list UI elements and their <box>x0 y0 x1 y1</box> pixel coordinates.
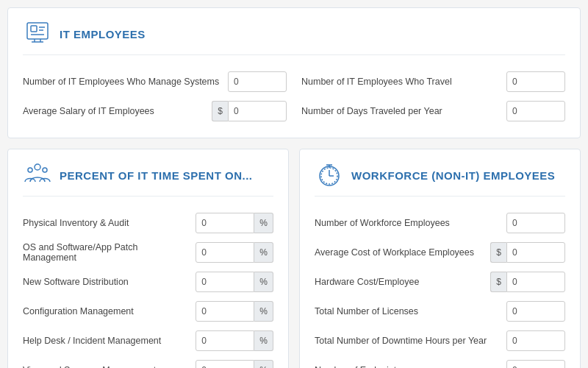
form-row-config: Configuration Management % <box>23 297 273 326</box>
input-wf-avg-cost[interactable] <box>506 242 565 263</box>
label-wf-downtime: Total Number of Downtime Hours per Year <box>315 336 499 346</box>
form-row-patch: OS and Software/App Patch Management % <box>23 238 273 267</box>
svg-rect-1 <box>31 26 37 32</box>
input-virus[interactable] <box>196 360 254 368</box>
input-wrapper-avg-salary: $ <box>212 101 287 121</box>
input-wrapper-patch: % <box>196 242 273 263</box>
input-patch[interactable] <box>196 242 254 263</box>
it-time-fields: Physical Inventory & Audit % OS and Soft… <box>23 208 273 368</box>
input-wf-licenses[interactable] <box>506 301 565 322</box>
it-time-title: PERCENT OF IT TIME SPENT ON... <box>60 169 253 182</box>
label-wf-count: Number of Workforce Employees <box>315 218 499 228</box>
input-it-travel[interactable] <box>506 71 565 92</box>
label-patch: OS and Software/App Patch Management <box>23 242 188 263</box>
bottom-panels: PERCENT OF IT TIME SPENT ON... Physical … <box>7 149 581 368</box>
form-row-helpdesk: Help Desk / Incident Management % <box>23 326 273 355</box>
it-employees-title: IT EMPLOYEES <box>60 28 146 40</box>
input-wrapper-wf-count <box>506 213 565 233</box>
it-time-icon <box>23 161 52 190</box>
it-employees-form: Number of IT Employees Who Manage System… <box>23 67 565 126</box>
input-config[interactable] <box>196 301 254 322</box>
dollar-prefix-salary: $ <box>212 101 228 121</box>
label-manage-systems: Number of IT Employees Who Manage System… <box>23 77 220 87</box>
form-row-inventory: Physical Inventory & Audit % <box>23 208 273 238</box>
dollar-prefix-wf-avg-cost: $ <box>490 242 506 263</box>
form-row-wf-licenses: Total Number of Licenses <box>315 297 565 326</box>
workforce-card: WORKFORCE (NON-IT) EMPLOYEES Number of W… <box>299 149 581 368</box>
input-wrapper-wf-endpoints <box>506 360 565 368</box>
input-wrapper-helpdesk: % <box>196 330 273 351</box>
input-helpdesk[interactable] <box>196 330 254 351</box>
label-config: Configuration Management <box>23 306 188 316</box>
input-wrapper-it-travel <box>506 71 565 92</box>
label-avg-salary: Average Salary of IT Employees <box>23 106 204 116</box>
label-wf-hw-cost: Hardware Cost/Employee <box>315 277 483 287</box>
input-software-dist[interactable] <box>196 272 254 292</box>
input-avg-salary[interactable] <box>228 101 287 121</box>
label-helpdesk: Help Desk / Incident Management <box>23 336 188 346</box>
form-row-wf-count: Number of Workforce Employees <box>315 208 565 238</box>
it-time-header: PERCENT OF IT TIME SPENT ON... <box>23 161 273 197</box>
form-row-virus: Virus and Spyware Management % <box>23 355 273 368</box>
input-wrapper-virus: % <box>196 360 273 368</box>
workforce-header: WORKFORCE (NON-IT) EMPLOYEES <box>315 161 565 197</box>
pct-suffix-virus: % <box>254 360 273 368</box>
input-inventory[interactable] <box>196 213 254 233</box>
it-employees-card: IT EMPLOYEES Number of IT Employees Who … <box>7 7 581 138</box>
svg-point-8 <box>35 164 40 170</box>
form-row-avg-salary: Average Salary of IT Employees $ <box>23 96 287 126</box>
pct-suffix-helpdesk: % <box>254 330 273 351</box>
form-row-wf-downtime: Total Number of Downtime Hours per Year <box>315 326 565 355</box>
svg-point-9 <box>28 168 32 172</box>
input-wrapper-wf-licenses <box>506 301 565 322</box>
form-row-wf-avg-cost: Average Cost of Workplace Employees $ <box>315 238 565 267</box>
label-it-travel: Number of IT Employees Who Travel <box>301 77 499 87</box>
workforce-icon <box>315 161 344 190</box>
input-manage-systems[interactable] <box>228 71 287 92</box>
input-wrapper-wf-hw-cost: $ <box>490 272 565 292</box>
form-row-wf-hw-cost: Hardware Cost/Employee $ <box>315 267 565 297</box>
form-row-days-traveled: Number of Days Traveled per Year <box>301 96 565 126</box>
label-software-dist: New Software Distribution <box>23 277 188 287</box>
input-wf-count[interactable] <box>506 213 565 233</box>
it-employees-left: Number of IT Employees Who Manage System… <box>23 67 287 126</box>
input-days-traveled[interactable] <box>506 101 565 121</box>
input-wrapper-inventory: % <box>196 213 273 233</box>
input-wrapper-days-traveled <box>506 101 565 121</box>
it-time-card: PERCENT OF IT TIME SPENT ON... Physical … <box>7 149 289 368</box>
label-wf-licenses: Total Number of Licenses <box>315 306 499 316</box>
pct-suffix-inventory: % <box>254 213 273 233</box>
input-wrapper-software-dist: % <box>196 272 273 292</box>
input-wrapper-manage-systems <box>228 71 287 92</box>
input-wf-endpoints[interactable] <box>506 360 565 368</box>
dollar-prefix-wf-hw-cost: $ <box>490 272 506 292</box>
label-inventory: Physical Inventory & Audit <box>23 218 188 228</box>
pct-suffix-patch: % <box>254 242 273 263</box>
form-row-software-dist: New Software Distribution % <box>23 267 273 297</box>
workforce-title: WORKFORCE (NON-IT) EMPLOYEES <box>351 169 555 182</box>
input-wrapper-wf-avg-cost: $ <box>490 242 565 263</box>
form-row-manage-systems: Number of IT Employees Who Manage System… <box>23 67 287 96</box>
input-wrapper-wf-downtime <box>506 330 565 351</box>
form-row-wf-endpoints: Number of Endpoints <box>315 355 565 368</box>
it-employees-header: IT EMPLOYEES <box>23 20 565 55</box>
it-employees-right: Number of IT Employees Who Travel Number… <box>301 67 565 126</box>
svg-point-10 <box>43 168 47 172</box>
input-wf-downtime[interactable] <box>506 330 565 351</box>
input-wrapper-config: % <box>196 301 273 322</box>
form-row-it-travel: Number of IT Employees Who Travel <box>301 67 565 96</box>
label-days-traveled: Number of Days Traveled per Year <box>301 106 499 116</box>
pct-suffix-config: % <box>254 301 273 322</box>
workforce-fields: Number of Workforce Employees Average Co… <box>315 208 565 368</box>
label-wf-endpoints: Number of Endpoints <box>315 365 499 368</box>
svg-rect-0 <box>27 23 48 39</box>
input-wf-hw-cost[interactable] <box>506 272 565 292</box>
label-virus: Virus and Spyware Management <box>23 365 188 368</box>
label-wf-avg-cost: Average Cost of Workplace Employees <box>315 247 483 258</box>
it-employees-icon <box>23 20 52 49</box>
pct-suffix-software-dist: % <box>254 272 273 292</box>
